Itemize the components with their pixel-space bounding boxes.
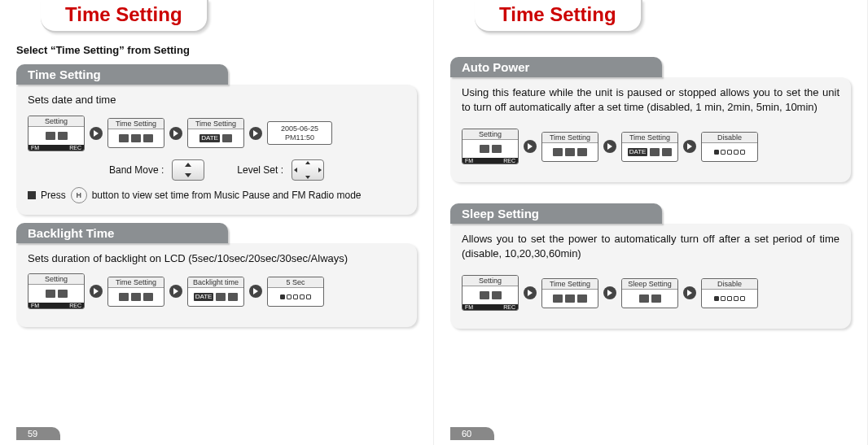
section-header: Auto Power	[450, 57, 662, 77]
bullet-icon	[28, 191, 36, 199]
lcd-timesetting-2: Time Setting DATE	[621, 132, 678, 162]
section-auto-power: Auto Power Using this feature while the …	[450, 57, 851, 182]
arrow-icon	[683, 286, 696, 299]
screen-flow: Setting FMREC Time Setting Time Setting …	[462, 129, 840, 164]
section-header: Time Setting	[16, 64, 228, 85]
arrow-icon	[249, 127, 262, 140]
lcd-timesetting: Time Setting	[541, 278, 598, 308]
intro-text: Select “Time Setting” from Setting	[16, 44, 417, 56]
level-set-group: Level Set :	[237, 159, 324, 181]
lcd-value: 5 Sec	[267, 277, 324, 307]
band-move-group: Band Move :	[109, 159, 204, 181]
arrow-icon	[249, 285, 262, 298]
section-desc: Allows you to set the power to automatic…	[462, 232, 840, 260]
screen-flow: Setting FMREC Time Setting Time Setting …	[28, 116, 406, 151]
lcd-setting: Setting FMREC	[28, 116, 85, 151]
lcd-setting: Setting FMREC	[28, 273, 85, 309]
screen-flow: Setting FMREC Time Setting Sleep Setting…	[462, 275, 840, 311]
lcd-timesetting: Time Setting	[107, 277, 164, 307]
arrow-icon	[683, 140, 696, 153]
control-hints: Band Move : Level Set :	[28, 159, 406, 181]
page-number: 59	[16, 427, 60, 440]
page-title: Time Setting	[65, 3, 182, 25]
lcd-backlight: Backlight time DATE	[187, 277, 244, 307]
section-sleep-setting: Sleep Setting Allows you to set the powe…	[450, 203, 851, 329]
arrow-icon	[169, 127, 182, 140]
lcd-timesetting-1: Time Setting	[107, 118, 164, 148]
section-header: Backlight Time	[16, 223, 228, 243]
page-title-tab: Time Setting	[475, 0, 642, 33]
page-title-tab: Time Setting	[41, 0, 208, 33]
lcd-value: Disable	[701, 278, 758, 308]
arrow-icon	[603, 286, 616, 299]
plusminus-pad-icon	[172, 159, 204, 181]
arrow-icon	[90, 285, 103, 298]
page-number: 60	[450, 427, 494, 440]
note: Press H button to view set time from Mus…	[28, 187, 406, 203]
lcd-timesetting-1: Time Setting	[541, 132, 598, 162]
lcd-value: Disable	[701, 132, 758, 162]
page-title: Time Setting	[499, 3, 616, 25]
screen-flow: Setting FMREC Time Setting Backlight tim…	[28, 273, 406, 309]
lcd-datetime: 2005-06-25 PM11:50	[267, 121, 332, 145]
section-desc: Sets date and time	[28, 93, 406, 107]
arrow-icon	[524, 286, 537, 299]
section-body: Sets duration of backlight on LCD (5sec/…	[16, 243, 417, 328]
section-body: Sets date and time Setting FMREC Time Se…	[16, 85, 417, 215]
arrow-icon	[169, 285, 182, 298]
page-left: Time Setting Select “Time Setting” from …	[0, 0, 434, 445]
section-header: Sleep Setting	[450, 203, 662, 224]
dpad-icon	[292, 159, 324, 181]
lcd-sleepsetting: Sleep Setting	[621, 278, 678, 308]
page-right: Time Setting Auto Power Using this featu…	[434, 0, 868, 445]
arrow-icon	[603, 140, 616, 153]
arrow-icon	[90, 127, 103, 140]
h-button-icon: H	[71, 187, 87, 203]
section-backlight-time: Backlight Time Sets duration of backligh…	[16, 223, 417, 328]
lcd-setting: Setting FMREC	[462, 275, 519, 311]
section-body: Allows you to set the power to automatic…	[450, 224, 851, 329]
section-desc: Using this feature while the unit is pau…	[462, 85, 840, 114]
lcd-setting: Setting FMREC	[462, 129, 519, 164]
lcd-timesetting-2: Time Setting DATE	[187, 118, 244, 148]
section-time-setting: Time Setting Sets date and time Setting …	[16, 64, 417, 215]
arrow-icon	[524, 140, 537, 153]
section-body: Using this feature while the unit is pau…	[450, 77, 851, 182]
section-desc: Sets duration of backlight on LCD (5sec/…	[28, 251, 406, 266]
